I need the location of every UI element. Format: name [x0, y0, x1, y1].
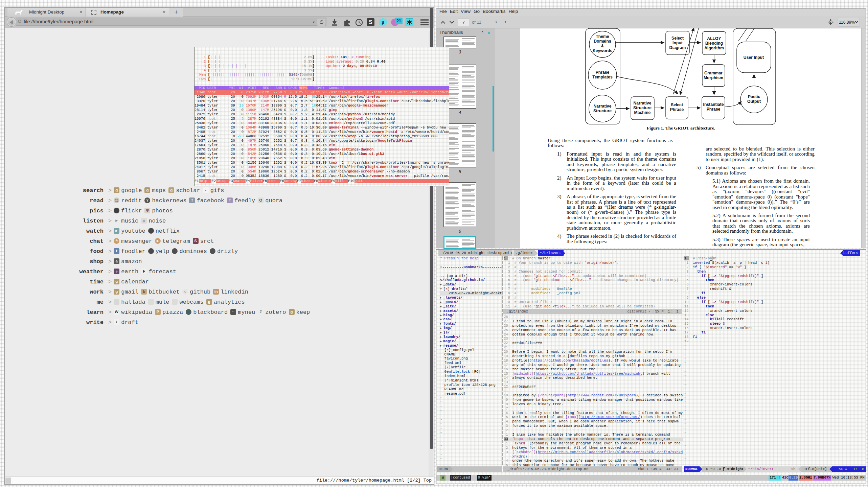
- svg-text:Narrative: Narrative: [594, 104, 612, 109]
- svg-text:Output: Output: [747, 99, 761, 104]
- svg-text:Phrase: Phrase: [596, 70, 610, 75]
- svg-text:Input: Input: [672, 41, 683, 45]
- svg-text:Instantiate: Instantiate: [703, 102, 724, 107]
- svg-text:Select: Select: [671, 102, 683, 107]
- svg-text:&: &: [601, 44, 604, 48]
- svg-text:Diagram: Diagram: [669, 45, 686, 50]
- svg-text:Blending: Blending: [705, 41, 723, 46]
- svg-text:User Input: User Input: [744, 55, 764, 60]
- svg-text:Theme: Theme: [596, 34, 609, 39]
- svg-text:Grammar: Grammar: [704, 71, 723, 75]
- svg-text:Algorithm: Algorithm: [704, 46, 724, 50]
- svg-text:Poetic: Poetic: [748, 94, 760, 99]
- svg-text:Keywords: Keywords: [593, 48, 612, 53]
- svg-text:Templates: Templates: [592, 75, 613, 79]
- svg-text:Phrase: Phrase: [707, 107, 721, 112]
- svg-text:Structure: Structure: [633, 106, 652, 110]
- svg-text:Machine: Machine: [634, 110, 651, 115]
- svg-text:Morphism: Morphism: [704, 75, 723, 80]
- svg-text:Phrase: Phrase: [670, 107, 684, 112]
- svg-text:Structure: Structure: [593, 109, 612, 113]
- svg-text:ALLOY: ALLOY: [707, 36, 721, 41]
- svg-text:Select: Select: [671, 36, 684, 41]
- svg-text:Narrative: Narrative: [634, 101, 652, 106]
- svg-text:Domains: Domains: [594, 39, 611, 44]
